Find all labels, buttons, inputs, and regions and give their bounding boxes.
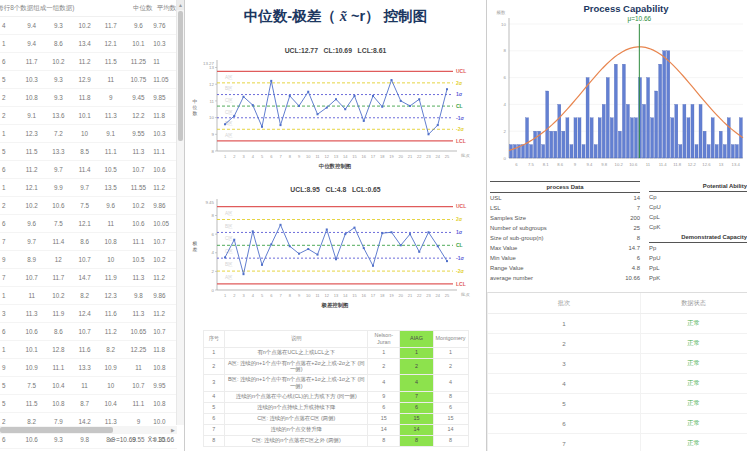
data-point-marker	[418, 251, 420, 253]
x-tick-label: 11	[646, 162, 651, 167]
data-point-marker	[335, 98, 337, 100]
median-cell: 12.25	[124, 346, 154, 353]
value-cell: 7.5	[18, 382, 46, 389]
zone-label: A区	[225, 75, 233, 80]
rules-cell: 6	[203, 413, 225, 424]
histogram-bar	[554, 131, 557, 158]
value-cell: 10.8	[98, 238, 124, 245]
vertical-scrollbar[interactable]: ▲	[176, 0, 184, 425]
capability-index-label: CpK	[649, 222, 747, 232]
y-tick-label: 2	[212, 269, 215, 274]
x-tick-label: 7	[279, 154, 282, 159]
value-cell: 11.1	[46, 364, 72, 371]
value-cell: 10.7	[18, 274, 46, 281]
value-cell: 8.6	[71, 238, 98, 245]
median-cell: 9.8	[124, 292, 154, 299]
mean-cell: 10.6	[153, 166, 177, 173]
x-tick-label: 12.2	[688, 162, 697, 167]
mean-cell: 11.8	[153, 346, 177, 353]
rules-row: 7连续的n个点交替升降141414	[203, 424, 468, 435]
value-cell: 11.9	[46, 310, 72, 317]
value-cell: 11.3	[98, 418, 124, 425]
x-tick-label: 19	[389, 154, 394, 159]
rules-cell: 7	[203, 424, 225, 435]
table-row: 210.89.311.899.459.85	[0, 89, 177, 107]
histogram-bar	[513, 145, 516, 158]
histogram-bar	[614, 64, 617, 158]
rules-cell: 1	[400, 347, 433, 358]
x-tick-label: 13	[334, 293, 339, 298]
limit-line-label: UCL	[456, 203, 466, 209]
y-tick-label: 0	[504, 156, 507, 161]
value-cell: 11	[98, 76, 124, 83]
rules-row: 1有n个点落在UCL之上或LCL之下111	[203, 347, 468, 358]
value-cell: 11.3	[98, 112, 124, 119]
clipped-value-cell: 2	[0, 418, 18, 425]
x-tick-label: 14	[343, 293, 348, 298]
rules-table-wrap: 序号说明Nelson-JuranAIAGMontgomery1有n个点落在UCL…	[194, 330, 477, 447]
clipped-value-cell: 6	[0, 58, 18, 65]
value-cell: 14.2	[71, 418, 98, 425]
x-tick-label: 21	[408, 293, 413, 298]
table-row: 19.48.613.412.110.110.3	[0, 35, 177, 53]
performance-index-label: Pp	[649, 243, 747, 253]
title-prefix: 中位数-极差（	[244, 8, 340, 24]
summary-mean-value: X̄= 10.66	[148, 436, 174, 443]
data-point-marker	[224, 123, 226, 125]
value-cell: 7.5	[71, 202, 98, 209]
data-point-marker	[381, 106, 383, 108]
clipped-value-cell: 2	[0, 112, 18, 119]
process-data-table: process Data USL14LSL7Samples Size200Num…	[490, 181, 640, 283]
performance-index-label: PpL	[649, 263, 747, 273]
median-column-header: 中位数	[129, 4, 155, 13]
x-tick-label: 18	[380, 154, 385, 159]
status-normal-badge: 正常	[687, 399, 699, 408]
histogram-bar	[671, 118, 674, 158]
batch-row: 6正常	[488, 414, 747, 434]
data-point-marker	[243, 96, 245, 98]
rules-header-cell: 序号	[203, 331, 225, 348]
process-data-row: USL14	[490, 193, 640, 203]
histogram-bar	[578, 118, 581, 158]
clipped-value-cell: 1	[0, 346, 18, 353]
scroll-up-icon[interactable]: ▲	[177, 0, 184, 10]
median-cell: 11.3	[124, 274, 154, 281]
rules-cell: 4	[433, 375, 468, 392]
rules-cell: 2	[400, 358, 433, 375]
data-point-marker	[261, 126, 263, 128]
histogram-bar	[530, 145, 533, 158]
histogram-bar	[691, 104, 694, 158]
data-point-marker	[354, 95, 356, 97]
value-cell: 8.2	[71, 292, 98, 299]
horizontal-scrollbar-thumb[interactable]	[0, 427, 113, 433]
process-data-value: 6	[637, 253, 640, 263]
batch-number: 5	[488, 400, 640, 407]
x-unit-label: 批次	[460, 153, 470, 158]
median-cell: 10.7	[124, 166, 154, 173]
mean-cell: 9.86	[153, 292, 177, 299]
histogram-bar	[626, 104, 629, 158]
chart-title: Process Capability	[583, 3, 669, 14]
y-axis-max-label: 9.45	[205, 200, 214, 205]
scroll-right-icon[interactable]: ▶	[169, 426, 177, 434]
rules-cell: 9	[368, 391, 400, 402]
process-data-value: 10.66	[625, 273, 640, 283]
x-tick-label: 5	[261, 293, 264, 298]
histogram-bar	[522, 145, 525, 158]
vertical-scrollbar-thumb[interactable]	[178, 11, 183, 141]
rules-row: 2A区: 连续的n+1个点中有n个点落在+2σ之上或-2σ之下 (同一侧)222	[203, 358, 468, 375]
rules-header-row: 序号说明Nelson-JuranAIAGMontgomery	[203, 331, 468, 348]
process-data-label: Min Value	[490, 253, 516, 263]
median-cell: 10.75	[124, 76, 154, 83]
median-cell: 11.55	[124, 184, 154, 191]
data-point-marker	[307, 91, 309, 93]
process-data-title: process Data	[490, 181, 640, 193]
table-row: 49.49.310.211.79.69.76	[0, 17, 177, 35]
process-data-row: Size of sub-group(n)8	[490, 233, 640, 243]
value-cell: 9.1	[18, 112, 46, 119]
rules-cell: 4	[203, 391, 225, 402]
control-chart-panel: 中位数-极差（ x̃ ~r） 控制图 UCL:12.77 CL:10.69 LC…	[185, 0, 487, 451]
data-point-marker	[326, 228, 328, 230]
y-tick-label: 6	[504, 75, 507, 80]
horizontal-scrollbar[interactable]: ▶	[0, 426, 177, 434]
